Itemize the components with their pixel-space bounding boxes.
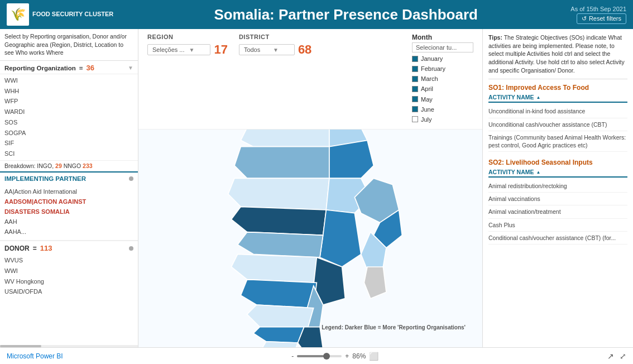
footer: Microsoft Power BI - + 86% ⬜ ↗ ⤢ (0, 347, 633, 364)
activity-item[interactable]: Trainings (Community based Animal Health… (488, 131, 627, 152)
implementing-partner-list: AA|Action Aid International AADSOM|ACTIO… (0, 185, 138, 241)
list-item[interactable]: WARDI (4, 107, 133, 117)
district-filter-group: DISTRICT Todos ▼ 68 (239, 33, 311, 57)
logo-icon: 🌾 (7, 3, 29, 26)
month-item-april[interactable]: April (412, 84, 473, 94)
month-may: May (421, 94, 433, 104)
month-item-may[interactable]: May (412, 94, 473, 104)
checkbox-march[interactable] (412, 76, 418, 82)
donor-dot (129, 246, 133, 251)
zoom-plus-button[interactable]: + (345, 352, 349, 360)
month-item-june[interactable]: June (412, 104, 473, 114)
zoom-slider[interactable] (297, 355, 342, 357)
list-item[interactable]: WWI (4, 75, 133, 86)
breakdown-text: Breakdown: INGO, 29 NNGO 233 (0, 160, 138, 173)
list-item[interactable]: AAHA... (4, 227, 133, 237)
wheat-icon: 🌾 (11, 7, 26, 22)
svg-marker-14 (231, 254, 320, 282)
logo-area: 🌾 FOOD SECURITY CLUSTER (7, 3, 121, 26)
checkbox-june[interactable] (412, 106, 418, 112)
intro-text: Select by Reporting organisation, Donor … (0, 29, 138, 61)
month-item-january[interactable]: January (412, 54, 473, 64)
zoom-control: - + 86% ⬜ (291, 352, 378, 361)
checkbox-february[interactable] (412, 66, 418, 72)
list-item[interactable]: WWI (4, 266, 133, 276)
zoom-thumb[interactable] (323, 353, 330, 360)
svg-marker-6 (228, 178, 329, 210)
list-item[interactable]: SOS (4, 117, 133, 128)
checkbox-april[interactable] (412, 86, 418, 92)
reporting-org-count: 36 (87, 64, 94, 72)
map-area: .region-dark { fill: #1a5276; stroke: wh… (138, 130, 482, 347)
month-item-march[interactable]: March (412, 74, 473, 84)
list-item[interactable]: WHH (4, 86, 133, 97)
left-scrollbar[interactable] (0, 345, 138, 347)
legend-text: Legend: Darker Blue = More 'Reporting Or… (322, 324, 466, 331)
activity-item[interactable]: Animal redistribution/rectoking (488, 180, 627, 193)
activity-item[interactable]: Cash Plus (488, 219, 627, 232)
month-select[interactable]: Selecionar tu... (412, 42, 473, 52)
sort-icon: ▲ (536, 170, 540, 175)
header-right: As of 15th Sep 2021 ↺ Reset filters (570, 6, 626, 24)
month-july: July (421, 114, 432, 124)
list-item[interactable]: AADSOM|ACTION AGAINSTDISASTERS SOMALIA (4, 197, 133, 217)
activity-item[interactable]: Animal vacination/treatment (488, 205, 627, 218)
reset-icon: ↺ (582, 15, 587, 22)
activity-item[interactable]: Unconditional in-kind food assistance (488, 105, 627, 118)
donor-count: 113 (40, 244, 52, 252)
checkbox-may[interactable] (412, 96, 418, 102)
list-item[interactable]: USAID/OFDA (4, 286, 133, 297)
list-item[interactable]: SIF (4, 138, 133, 149)
svg-marker-22 (260, 342, 298, 347)
month-filter-group: Month Selecionar tu... January February (412, 33, 473, 124)
so2-section: SO2: Livelihood Seasonal Inputs ACTIVITY… (488, 159, 627, 245)
nngo-count: 233 (83, 162, 93, 169)
district-count: 68 (298, 42, 311, 57)
powerbi-link[interactable]: Microsoft Power BI (7, 352, 63, 360)
list-item[interactable]: SCI (4, 149, 133, 159)
left-panel: Select by Reporting organisation, Donor … (0, 29, 138, 347)
activity-item[interactable]: Animal vaccinations (488, 193, 627, 205)
month-march: March (421, 74, 438, 84)
zoom-minus-button[interactable]: - (291, 352, 294, 360)
list-item[interactable]: AAH (4, 217, 133, 227)
list-item[interactable]: WFP (4, 96, 133, 107)
svg-marker-21 (364, 267, 386, 299)
district-select[interactable]: Todos ▼ (239, 44, 295, 55)
main-body: Select by Reporting organisation, Donor … (0, 29, 633, 347)
activity-item[interactable]: Unconditional cash/voucher assistance (C… (488, 118, 627, 131)
so2-activity-label: ACTIVITY NAME (488, 169, 534, 175)
month-label: Month (412, 33, 473, 41)
logo-text: FOOD SECURITY CLUSTER (32, 11, 113, 18)
district-select-row: Todos ▼ 68 (239, 42, 311, 57)
fullscreen-icon[interactable]: ⬜ (369, 352, 378, 361)
activity-item[interactable]: Conditional cash/voucher assistance (CBT… (488, 232, 627, 245)
region-select[interactable]: Seleções ... ▼ (147, 44, 210, 55)
tips-section: Tips: The Strategic Objectives (SOs) ind… (488, 33, 627, 79)
region-placeholder: Seleções ... (152, 46, 184, 53)
month-list: January February March April (412, 54, 473, 124)
region-filter-group: REGION Seleções ... ▼ 17 (147, 33, 228, 57)
checkbox-july[interactable] (412, 116, 418, 122)
list-item[interactable]: WVUS (4, 255, 133, 266)
list-item[interactable]: AA|Action Aid International (4, 186, 133, 197)
month-item-july[interactable]: July (412, 114, 473, 124)
list-item[interactable]: WV Hongkong (4, 276, 133, 287)
so2-title: SO2: Livelihood Seasonal Inputs (488, 159, 627, 166)
right-panel: Tips: The Strategic Objectives (SOs) ind… (482, 29, 633, 347)
implementing-partner-label: IMPLEMENTING PARTNER (4, 175, 86, 182)
so1-activity-header: ACTIVITY NAME ▲ (488, 94, 627, 103)
region-count: 17 (214, 42, 227, 57)
implementing-partner-section: IMPLEMENTING PARTNER AA|Action Aid Inter… (0, 173, 138, 241)
so2-activity-header: ACTIVITY NAME ▲ (488, 169, 627, 178)
list-item[interactable]: SOGPA (4, 128, 133, 138)
share-icon[interactable]: ↗ (607, 352, 614, 361)
checkbox-january[interactable] (412, 56, 418, 62)
svg-marker-16 (241, 280, 317, 308)
expand-icon[interactable]: ⤢ (620, 352, 626, 361)
header: 🌾 FOOD SECURITY CLUSTER Somalia: Partner… (0, 0, 633, 29)
month-item-february[interactable]: February (412, 64, 473, 74)
so1-title: SO1: Improved Access To Food (488, 84, 627, 92)
footer-icons: ↗ ⤢ (607, 352, 626, 361)
reset-filters-button[interactable]: ↺ Reset filters (577, 13, 626, 24)
